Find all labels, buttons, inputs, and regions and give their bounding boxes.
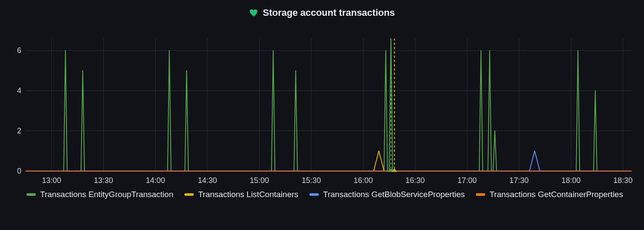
heart-icon bbox=[249, 8, 259, 18]
annotation-marker[interactable] bbox=[392, 168, 397, 172]
x-tick-label: 15:00 bbox=[250, 176, 269, 185]
legend-item[interactable]: Transactions EntityGroupTransaction bbox=[26, 190, 173, 199]
panel-title: Storage account transactions bbox=[263, 7, 395, 18]
legend-item[interactable]: Transactions GetContainerProperties bbox=[476, 190, 623, 199]
y-tick-label: 2 bbox=[17, 127, 21, 136]
x-tick-label: 18:30 bbox=[613, 176, 632, 185]
x-tick-label: 17:30 bbox=[510, 176, 529, 185]
x-tick-label: 13:00 bbox=[42, 176, 61, 185]
y-tick-label: 4 bbox=[17, 86, 21, 95]
legend: Transactions EntityGroupTransactionTrans… bbox=[26, 190, 632, 199]
x-tick-label: 15:30 bbox=[302, 176, 321, 185]
x-tick-label: 16:00 bbox=[354, 176, 373, 185]
x-tick-label: 14:30 bbox=[198, 176, 217, 185]
chart-area[interactable]: 0246 13:0013:3014:0014:3015:0015:3016:00… bbox=[0, 26, 644, 188]
legend-label: Transactions EntityGroupTransaction bbox=[40, 190, 173, 199]
legend-swatch bbox=[26, 193, 36, 196]
legend-label: Transactions ListContainers bbox=[198, 190, 298, 199]
x-tick-label: 16:30 bbox=[405, 176, 425, 185]
legend-item[interactable]: Transactions ListContainers bbox=[184, 190, 298, 199]
x-tick-label: 18:00 bbox=[561, 176, 580, 185]
x-tick-label: 13:30 bbox=[94, 176, 113, 185]
y-tick-label: 0 bbox=[17, 167, 21, 176]
legend-swatch bbox=[309, 193, 319, 196]
panel-header[interactable]: Storage account transactions bbox=[0, 0, 644, 26]
y-tick-label: 6 bbox=[17, 46, 21, 55]
plot[interactable]: 0246 bbox=[26, 38, 632, 171]
x-tick-label: 14:00 bbox=[146, 176, 165, 185]
legend-swatch bbox=[184, 193, 194, 196]
x-axis-labels: 13:0013:3014:0014:3015:0015:3016:0016:30… bbox=[26, 176, 632, 188]
x-tick-label: 17:00 bbox=[458, 176, 477, 185]
annotation-layer bbox=[26, 38, 632, 171]
legend-label: Transactions GetBlobServiceProperties bbox=[323, 190, 465, 199]
legend-item[interactable]: Transactions GetBlobServiceProperties bbox=[309, 190, 465, 199]
legend-label: Transactions GetContainerProperties bbox=[490, 190, 623, 199]
legend-swatch bbox=[476, 193, 485, 196]
chart-panel: Storage account transactions 0246 13:001… bbox=[0, 0, 644, 230]
